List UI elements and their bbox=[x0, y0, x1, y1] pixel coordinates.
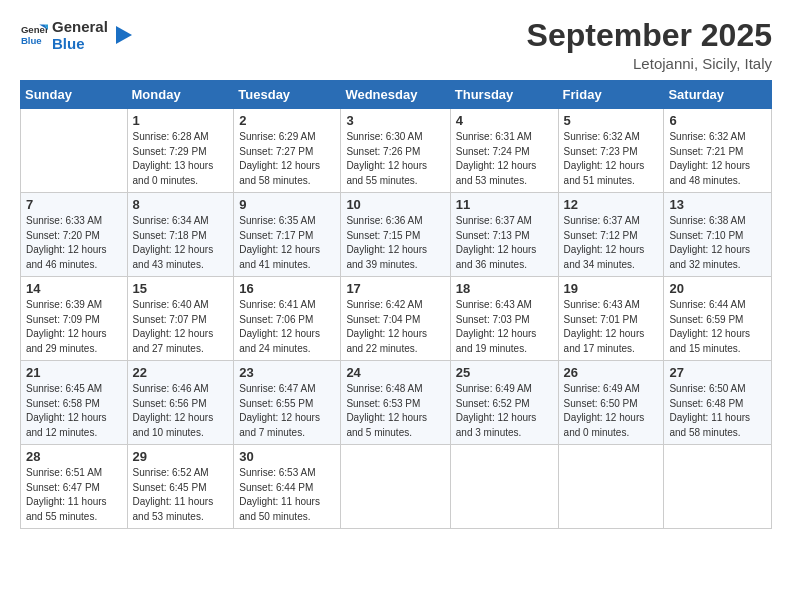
day-info: Sunrise: 6:43 AMSunset: 7:01 PMDaylight:… bbox=[564, 298, 659, 356]
calendar-cell: 26Sunrise: 6:49 AMSunset: 6:50 PMDayligh… bbox=[558, 361, 664, 445]
day-info: Sunrise: 6:45 AMSunset: 6:58 PMDaylight:… bbox=[26, 382, 122, 440]
day-header-tuesday: Tuesday bbox=[234, 81, 341, 109]
day-info: Sunrise: 6:36 AMSunset: 7:15 PMDaylight:… bbox=[346, 214, 444, 272]
location-subtitle: Letojanni, Sicily, Italy bbox=[527, 55, 772, 72]
day-info: Sunrise: 6:32 AMSunset: 7:21 PMDaylight:… bbox=[669, 130, 766, 188]
week-row-1: 1Sunrise: 6:28 AMSunset: 7:29 PMDaylight… bbox=[21, 109, 772, 193]
calendar-cell bbox=[21, 109, 128, 193]
calendar-table: SundayMondayTuesdayWednesdayThursdayFrid… bbox=[20, 80, 772, 529]
calendar-cell: 7Sunrise: 6:33 AMSunset: 7:20 PMDaylight… bbox=[21, 193, 128, 277]
day-info: Sunrise: 6:37 AMSunset: 7:12 PMDaylight:… bbox=[564, 214, 659, 272]
svg-text:Blue: Blue bbox=[21, 35, 42, 46]
title-block: September 2025 Letojanni, Sicily, Italy bbox=[527, 18, 772, 72]
day-header-sunday: Sunday bbox=[21, 81, 128, 109]
week-row-4: 21Sunrise: 6:45 AMSunset: 6:58 PMDayligh… bbox=[21, 361, 772, 445]
day-number: 20 bbox=[669, 281, 766, 296]
day-header-saturday: Saturday bbox=[664, 81, 772, 109]
day-number: 2 bbox=[239, 113, 335, 128]
day-info: Sunrise: 6:46 AMSunset: 6:56 PMDaylight:… bbox=[133, 382, 229, 440]
calendar-cell bbox=[558, 445, 664, 529]
day-info: Sunrise: 6:30 AMSunset: 7:26 PMDaylight:… bbox=[346, 130, 444, 188]
calendar-cell: 11Sunrise: 6:37 AMSunset: 7:13 PMDayligh… bbox=[450, 193, 558, 277]
calendar-cell: 24Sunrise: 6:48 AMSunset: 6:53 PMDayligh… bbox=[341, 361, 450, 445]
calendar-cell: 25Sunrise: 6:49 AMSunset: 6:52 PMDayligh… bbox=[450, 361, 558, 445]
calendar-cell: 2Sunrise: 6:29 AMSunset: 7:27 PMDaylight… bbox=[234, 109, 341, 193]
day-number: 7 bbox=[26, 197, 122, 212]
calendar-cell: 4Sunrise: 6:31 AMSunset: 7:24 PMDaylight… bbox=[450, 109, 558, 193]
calendar-cell: 18Sunrise: 6:43 AMSunset: 7:03 PMDayligh… bbox=[450, 277, 558, 361]
calendar-cell: 17Sunrise: 6:42 AMSunset: 7:04 PMDayligh… bbox=[341, 277, 450, 361]
day-info: Sunrise: 6:50 AMSunset: 6:48 PMDaylight:… bbox=[669, 382, 766, 440]
logo: General Blue General Blue bbox=[20, 18, 134, 53]
day-number: 29 bbox=[133, 449, 229, 464]
calendar-cell: 19Sunrise: 6:43 AMSunset: 7:01 PMDayligh… bbox=[558, 277, 664, 361]
logo-general: General bbox=[52, 18, 108, 35]
week-row-2: 7Sunrise: 6:33 AMSunset: 7:20 PMDaylight… bbox=[21, 193, 772, 277]
day-info: Sunrise: 6:51 AMSunset: 6:47 PMDaylight:… bbox=[26, 466, 122, 524]
week-row-3: 14Sunrise: 6:39 AMSunset: 7:09 PMDayligh… bbox=[21, 277, 772, 361]
calendar-cell: 1Sunrise: 6:28 AMSunset: 7:29 PMDaylight… bbox=[127, 109, 234, 193]
day-info: Sunrise: 6:49 AMSunset: 6:52 PMDaylight:… bbox=[456, 382, 553, 440]
day-number: 19 bbox=[564, 281, 659, 296]
calendar-cell: 10Sunrise: 6:36 AMSunset: 7:15 PMDayligh… bbox=[341, 193, 450, 277]
svg-marker-4 bbox=[116, 26, 132, 44]
day-number: 8 bbox=[133, 197, 229, 212]
day-info: Sunrise: 6:35 AMSunset: 7:17 PMDaylight:… bbox=[239, 214, 335, 272]
day-number: 6 bbox=[669, 113, 766, 128]
day-number: 5 bbox=[564, 113, 659, 128]
day-number: 23 bbox=[239, 365, 335, 380]
day-number: 17 bbox=[346, 281, 444, 296]
calendar-cell: 9Sunrise: 6:35 AMSunset: 7:17 PMDaylight… bbox=[234, 193, 341, 277]
day-info: Sunrise: 6:44 AMSunset: 6:59 PMDaylight:… bbox=[669, 298, 766, 356]
day-number: 10 bbox=[346, 197, 444, 212]
day-info: Sunrise: 6:34 AMSunset: 7:18 PMDaylight:… bbox=[133, 214, 229, 272]
day-info: Sunrise: 6:37 AMSunset: 7:13 PMDaylight:… bbox=[456, 214, 553, 272]
calendar-header-row: SundayMondayTuesdayWednesdayThursdayFrid… bbox=[21, 81, 772, 109]
calendar-cell: 6Sunrise: 6:32 AMSunset: 7:21 PMDaylight… bbox=[664, 109, 772, 193]
calendar-cell: 8Sunrise: 6:34 AMSunset: 7:18 PMDaylight… bbox=[127, 193, 234, 277]
week-row-5: 28Sunrise: 6:51 AMSunset: 6:47 PMDayligh… bbox=[21, 445, 772, 529]
day-info: Sunrise: 6:28 AMSunset: 7:29 PMDaylight:… bbox=[133, 130, 229, 188]
day-number: 22 bbox=[133, 365, 229, 380]
day-info: Sunrise: 6:53 AMSunset: 6:44 PMDaylight:… bbox=[239, 466, 335, 524]
day-header-thursday: Thursday bbox=[450, 81, 558, 109]
calendar-cell: 21Sunrise: 6:45 AMSunset: 6:58 PMDayligh… bbox=[21, 361, 128, 445]
day-number: 26 bbox=[564, 365, 659, 380]
day-number: 15 bbox=[133, 281, 229, 296]
day-number: 14 bbox=[26, 281, 122, 296]
day-info: Sunrise: 6:42 AMSunset: 7:04 PMDaylight:… bbox=[346, 298, 444, 356]
logo-arrow-icon bbox=[112, 24, 134, 46]
day-info: Sunrise: 6:32 AMSunset: 7:23 PMDaylight:… bbox=[564, 130, 659, 188]
calendar-cell: 13Sunrise: 6:38 AMSunset: 7:10 PMDayligh… bbox=[664, 193, 772, 277]
day-number: 4 bbox=[456, 113, 553, 128]
day-number: 1 bbox=[133, 113, 229, 128]
day-number: 9 bbox=[239, 197, 335, 212]
day-info: Sunrise: 6:40 AMSunset: 7:07 PMDaylight:… bbox=[133, 298, 229, 356]
day-number: 13 bbox=[669, 197, 766, 212]
day-number: 30 bbox=[239, 449, 335, 464]
calendar-cell bbox=[341, 445, 450, 529]
calendar-cell: 12Sunrise: 6:37 AMSunset: 7:12 PMDayligh… bbox=[558, 193, 664, 277]
day-number: 21 bbox=[26, 365, 122, 380]
logo-icon: General Blue bbox=[20, 21, 48, 49]
calendar-cell: 5Sunrise: 6:32 AMSunset: 7:23 PMDaylight… bbox=[558, 109, 664, 193]
logo-blue: Blue bbox=[52, 35, 108, 52]
calendar-cell bbox=[450, 445, 558, 529]
day-number: 12 bbox=[564, 197, 659, 212]
calendar-cell: 14Sunrise: 6:39 AMSunset: 7:09 PMDayligh… bbox=[21, 277, 128, 361]
day-info: Sunrise: 6:43 AMSunset: 7:03 PMDaylight:… bbox=[456, 298, 553, 356]
calendar-cell: 27Sunrise: 6:50 AMSunset: 6:48 PMDayligh… bbox=[664, 361, 772, 445]
day-info: Sunrise: 6:39 AMSunset: 7:09 PMDaylight:… bbox=[26, 298, 122, 356]
calendar-cell: 29Sunrise: 6:52 AMSunset: 6:45 PMDayligh… bbox=[127, 445, 234, 529]
day-info: Sunrise: 6:48 AMSunset: 6:53 PMDaylight:… bbox=[346, 382, 444, 440]
day-info: Sunrise: 6:31 AMSunset: 7:24 PMDaylight:… bbox=[456, 130, 553, 188]
calendar-cell: 16Sunrise: 6:41 AMSunset: 7:06 PMDayligh… bbox=[234, 277, 341, 361]
calendar-cell bbox=[664, 445, 772, 529]
day-number: 16 bbox=[239, 281, 335, 296]
day-header-wednesday: Wednesday bbox=[341, 81, 450, 109]
day-info: Sunrise: 6:49 AMSunset: 6:50 PMDaylight:… bbox=[564, 382, 659, 440]
day-number: 25 bbox=[456, 365, 553, 380]
calendar-cell: 22Sunrise: 6:46 AMSunset: 6:56 PMDayligh… bbox=[127, 361, 234, 445]
day-info: Sunrise: 6:47 AMSunset: 6:55 PMDaylight:… bbox=[239, 382, 335, 440]
calendar-cell: 28Sunrise: 6:51 AMSunset: 6:47 PMDayligh… bbox=[21, 445, 128, 529]
